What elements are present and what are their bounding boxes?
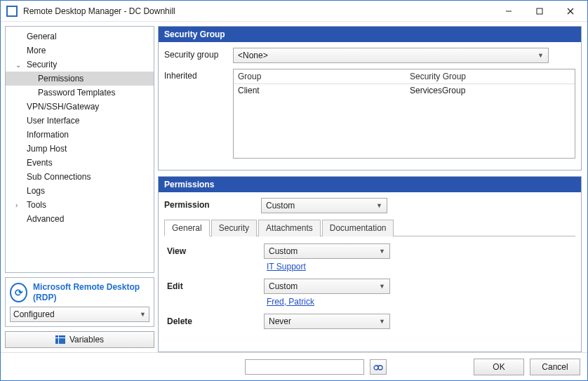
expand-icon: › [15,201,24,209]
nav-item-more[interactable]: More [6,44,154,58]
tab-attachments[interactable]: Attachments [258,220,321,236]
chevron-down-icon: ▼ [379,283,385,290]
permission-label: Permission [164,198,261,210]
grid-icon [55,335,65,344]
tab-security[interactable]: Security [211,220,257,236]
nav-item-permissions[interactable]: Permissions [6,72,154,86]
nav-item-password-templates[interactable]: Password Templates [6,86,154,100]
nav-label: General [27,32,57,41]
nav-item-jump-host[interactable]: Jump Host [6,142,154,156]
edit-value: Custom [269,281,298,291]
nav-item-user-interface[interactable]: User Interface [6,114,154,128]
window: Remote Desktop Manager - DC Downhill Gen… [0,0,588,381]
nav-item-logs[interactable]: Logs [6,184,154,198]
svg-point-5 [378,366,382,370]
nav-label: Information [27,130,69,140]
chevron-down-icon: ▼ [376,202,382,209]
nav-item-security[interactable]: ⌄Security [6,58,154,72]
left-panel: GeneralMore⌄SecurityPermissionsPassword … [1,22,155,352]
nav-item-sub-connections[interactable]: Sub Connections [6,170,154,184]
footer: OK Cancel [1,352,587,380]
nav-label: VPN/SSH/Gateway [27,102,99,112]
nav-label: Tools [27,200,46,210]
variables-label: Variables [69,335,104,345]
view-link[interactable]: IT Support [267,262,306,272]
titlebar: Remote Desktop Manager - DC Downhill [1,1,587,22]
minimize-button[interactable] [493,1,524,21]
nav-item-vpn-ssh-gateway[interactable]: VPN/SSH/Gateway [6,100,154,114]
search-button[interactable] [370,359,387,375]
app-icon [6,6,18,17]
nav-label: Logs [27,186,45,196]
nav-label: Advanced [27,214,64,224]
svg-point-4 [374,366,378,370]
nav-label: Jump Host [27,144,67,154]
inherited-table[interactable]: Group Security Group ClientServicesGroup [233,69,575,159]
protocol-icon: ⟳ [10,283,27,302]
expand-icon: ⌄ [15,61,24,69]
protocol-config-select[interactable]: Configured ▼ [10,307,149,322]
nav-label: Sub Connections [27,172,91,182]
chevron-down-icon: ▼ [537,52,544,59]
permission-grid: View Custom ▼ IT Support Edit Custom ▼ [164,236,575,329]
security-group-label: Security group [164,48,233,60]
cancel-button[interactable]: Cancel [530,359,580,375]
permission-tabs: GeneralSecurityAttachmentsDocumentation [164,219,575,236]
nav-label: More [27,46,46,55]
nav-label: Security [27,60,57,69]
col-security-group: Security Group [406,69,575,83]
chevron-down-icon: ▼ [379,318,385,325]
security-group-section: Security Group Security group <None> ▼ I… [158,26,582,171]
search-input[interactable] [245,359,364,375]
security-group-value: <None> [238,51,268,60]
window-title: Remote Desktop Manager - DC Downhill [23,6,493,16]
ok-button[interactable]: OK [474,359,524,375]
permission-select[interactable]: Custom ▼ [261,198,387,213]
view-label: View [164,246,264,256]
view-select[interactable]: Custom ▼ [264,243,390,259]
nav-label: Permissions [38,74,83,83]
delete-value: Never [269,316,291,326]
edit-label: Edit [164,281,264,291]
delete-select[interactable]: Never ▼ [264,314,390,329]
nav-item-events[interactable]: Events [6,156,154,170]
delete-label: Delete [164,316,264,326]
permissions-section: Permissions Permission Custom ▼ GeneralS… [158,176,582,352]
nav-item-advanced[interactable]: Advanced [6,212,154,226]
security-group-header: Security Group [159,27,581,42]
permissions-header: Permissions [159,177,581,192]
nav-item-general[interactable]: General [6,29,154,44]
inherited-label: Inherited [164,69,233,81]
maximize-button[interactable] [524,1,555,21]
nav-label: Events [27,158,53,168]
cell-security-group: ServicesGroup [406,84,575,97]
chevron-down-icon: ▼ [140,311,146,318]
nav-item-information[interactable]: Information [6,128,154,142]
binoculars-icon [373,363,383,371]
edit-select[interactable]: Custom ▼ [264,279,390,294]
content: GeneralMore⌄SecurityPermissionsPassword … [1,22,587,352]
nav-tree[interactable]: GeneralMore⌄SecurityPermissionsPassword … [5,26,154,273]
table-header: Group Security Group [234,69,575,84]
table-row[interactable]: ClientServicesGroup [234,84,575,97]
col-group: Group [234,69,406,83]
chevron-down-icon: ▼ [379,248,385,255]
svg-rect-1 [537,8,542,14]
nav-label: Password Templates [38,88,116,98]
permission-value: Custom [266,201,295,210]
close-button[interactable] [555,1,586,21]
nav-item-tools[interactable]: ›Tools [6,198,154,212]
variables-button[interactable]: Variables [5,331,154,348]
security-group-select[interactable]: <None> ▼ [233,48,549,63]
protocol-config-value: Configured [13,309,55,319]
cell-group: Client [234,84,406,97]
right-panel: Security Group Security group <None> ▼ I… [155,22,587,352]
view-value: Custom [269,246,298,256]
nav-label: User Interface [27,116,79,126]
edit-link[interactable]: Fred, Patrick [267,297,314,307]
tab-general[interactable]: General [164,220,210,236]
protocol-name: Microsoft Remote Desktop (RDP) [33,282,149,302]
protocol-box: ⟳ Microsoft Remote Desktop (RDP) Configu… [5,277,154,327]
tab-documentation[interactable]: Documentation [322,220,394,236]
